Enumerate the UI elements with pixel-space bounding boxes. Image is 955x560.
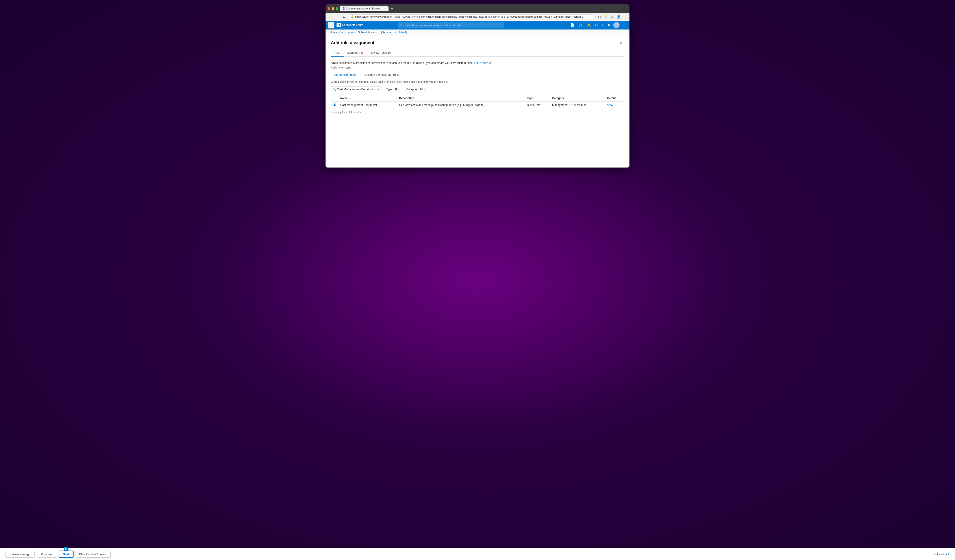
- members-dot: [361, 52, 363, 54]
- row-details-cell[interactable]: View: [605, 101, 624, 109]
- user-avatar-button[interactable]: U: [614, 22, 620, 28]
- azure-search-input[interactable]: [405, 23, 501, 27]
- back-button[interactable]: ←: [327, 14, 333, 19]
- forward-button[interactable]: →: [334, 14, 340, 19]
- cloud-shell-icon[interactable]: 📄: [569, 22, 576, 28]
- col-name[interactable]: Name ↑↓: [338, 95, 397, 102]
- type-chip-arrow: ×: [398, 88, 400, 90]
- results-count: Showing 1 - 1 of 1 results.: [331, 111, 624, 114]
- azure-search-bar[interactable]: 🔍: [398, 22, 504, 28]
- breadcrumb-sep-3: ›: [375, 31, 376, 34]
- browser-titlebar: A Add role assignment - Micros... × +: [326, 5, 629, 13]
- panel: Add role assignment — ✕ Role Members Rev…: [326, 36, 629, 167]
- azure-logo-text: Microsoft Azure: [342, 23, 363, 27]
- clear-search-button[interactable]: ×: [377, 87, 380, 91]
- help-icon[interactable]: ?: [600, 22, 605, 28]
- breadcrumb-subscriptions-child[interactable]: Subscriptions: [358, 31, 374, 34]
- browser-frame: A Add role assignment - Micros... × + ← …: [326, 5, 629, 167]
- category-sort-icon: ↑↓: [565, 97, 568, 100]
- screen-cast-icon[interactable]: ⊡: [597, 14, 602, 19]
- hamburger-menu-button[interactable]: ☰: [328, 22, 334, 29]
- breadcrumb-sep-1: ›: [338, 31, 339, 34]
- more-options-icon[interactable]: ⋮: [621, 22, 627, 28]
- table-body: Cost Management Contributor Can view cos…: [331, 101, 624, 109]
- settings-icon[interactable]: ⚙: [593, 22, 599, 28]
- profile-icon[interactable]: 👤: [615, 14, 622, 19]
- breadcrumb-subscription-name[interactable]: ...: [376, 31, 379, 34]
- description-sort-icon: ↑↓: [415, 97, 418, 100]
- breadcrumb-home[interactable]: Home: [330, 31, 337, 34]
- copilot-icon[interactable]: ✨: [577, 22, 584, 28]
- role-search-input[interactable]: [337, 87, 377, 91]
- breadcrumb-sep-4: ›: [379, 31, 380, 34]
- wizard-step-review[interactable]: Review + assign: [366, 49, 394, 56]
- azure-topbar: ☰ ⊞ Microsoft Azure 🔍 📄 ✨ 🔔 ⚙ ? 🗣 U ⋮: [326, 21, 629, 30]
- col-category[interactable]: Category ↑↓: [550, 95, 605, 102]
- address-text: portal.azure.com/#view/Microsoft_Azure_A…: [355, 16, 593, 18]
- wizard-step-role[interactable]: Role: [331, 49, 344, 56]
- tab-favicon: A: [343, 7, 344, 10]
- row-radio-input[interactable]: [333, 103, 336, 106]
- tab-close-button[interactable]: ×: [384, 7, 386, 10]
- col-radio: [331, 95, 338, 102]
- type-sort-icon: ↑↓: [534, 97, 537, 100]
- view-details-link[interactable]: View: [607, 103, 613, 106]
- search-input-wrap[interactable]: 🔍 ×: [331, 86, 382, 92]
- extension-icon[interactable]: ⚡: [603, 14, 609, 19]
- search-icon: 🔍: [333, 88, 336, 91]
- window-controls: [328, 7, 338, 10]
- row-category-cell: Management + Governance: [550, 101, 605, 109]
- search-icon: 🔍: [400, 23, 404, 27]
- nav-icons-right: ⊡ ⚡ ☆ 👤 ⋮: [597, 14, 628, 19]
- panel-title: Add role assignment: [331, 40, 374, 45]
- sub-tab-privileged[interactable]: Privileged administrator roles: [359, 72, 402, 78]
- breadcrumb: Home › Subscriptions › Subscriptions › .…: [326, 30, 629, 36]
- maximize-window-btn[interactable]: [336, 7, 338, 10]
- browser-nav: ← → ↻ 🔒 portal.azure.com/#view/Microsoft…: [326, 13, 629, 21]
- tab-title: Add role assignment - Micros...: [346, 7, 382, 10]
- category-filter-chip[interactable]: Category : All ×: [404, 87, 427, 92]
- row-name-cell: Cost Management Contributor: [338, 101, 397, 109]
- refresh-button[interactable]: ↻: [341, 14, 346, 19]
- row-radio-cell[interactable]: [331, 101, 338, 109]
- col-details: Details: [605, 95, 624, 102]
- sub-tabs: Job function roles Privileged administra…: [331, 72, 624, 78]
- breadcrumb-iam[interactable]: | Access control (IAM): [381, 31, 407, 34]
- panel-title-row: Add role assignment —: [331, 40, 380, 45]
- feedback-top-icon[interactable]: 🗣: [606, 22, 612, 28]
- filter-bar: 🔍 × Type : All × Category : All ×: [331, 86, 624, 92]
- category-chip-arrow: ×: [424, 88, 425, 90]
- lock-icon: 🔒: [351, 15, 354, 18]
- main-content: Home › Subscriptions › Subscriptions › .…: [326, 30, 629, 167]
- bookmark-icon[interactable]: ☆: [610, 14, 615, 19]
- name-sort-icon: ↑↓: [349, 97, 351, 100]
- sub-tab-job-function[interactable]: Job function roles: [331, 72, 359, 78]
- wizard-step-members[interactable]: Members: [344, 49, 366, 56]
- minimize-window-btn[interactable]: [332, 7, 334, 10]
- browser-tab[interactable]: A Add role assignment - Micros... ×: [340, 6, 388, 11]
- table-row: Cost Management Contributor Can view cos…: [331, 101, 624, 109]
- address-bar[interactable]: 🔒 portal.azure.com/#view/Microsoft_Azure…: [348, 14, 596, 19]
- subtab-description: Grant access to Azure resources based on…: [331, 80, 624, 83]
- azure-logo-icon: ⊞: [337, 23, 341, 27]
- breadcrumb-subscriptions-parent[interactable]: Subscriptions: [340, 31, 355, 34]
- menu-icon[interactable]: ⋮: [622, 14, 628, 19]
- new-tab-button[interactable]: +: [391, 6, 393, 11]
- panel-close-button[interactable]: ✕: [618, 40, 624, 46]
- type-filter-chip[interactable]: Type : All ×: [384, 87, 402, 92]
- col-type[interactable]: Type ↑↓: [524, 95, 550, 102]
- description-text: A role definition is a collection of per…: [331, 61, 624, 65]
- panel-separator: —: [377, 41, 380, 45]
- topbar-icons: 📄 ✨ 🔔 ⚙ ? 🗣 U ⋮: [569, 22, 627, 28]
- notifications-icon[interactable]: 🔔: [586, 22, 592, 28]
- role-table: Name ↑↓ Description ↑↓ Type ↑↓ Categor: [331, 95, 624, 109]
- panel-header: Add role assignment — ✕: [331, 40, 624, 46]
- wizard-steps: Role Members Review + assign: [331, 49, 624, 56]
- col-description[interactable]: Description ↑↓: [397, 95, 524, 102]
- row-type-cell: BuiltInRole: [524, 101, 550, 109]
- azure-logo[interactable]: ⊞ Microsoft Azure: [337, 23, 363, 27]
- row-description-cell: Can view costs and manage cost configura…: [397, 101, 524, 109]
- close-window-btn[interactable]: [328, 7, 330, 10]
- learn-more-link[interactable]: Learn more: [474, 61, 488, 64]
- table-header: Name ↑↓ Description ↑↓ Type ↑↓ Categor: [331, 95, 624, 102]
